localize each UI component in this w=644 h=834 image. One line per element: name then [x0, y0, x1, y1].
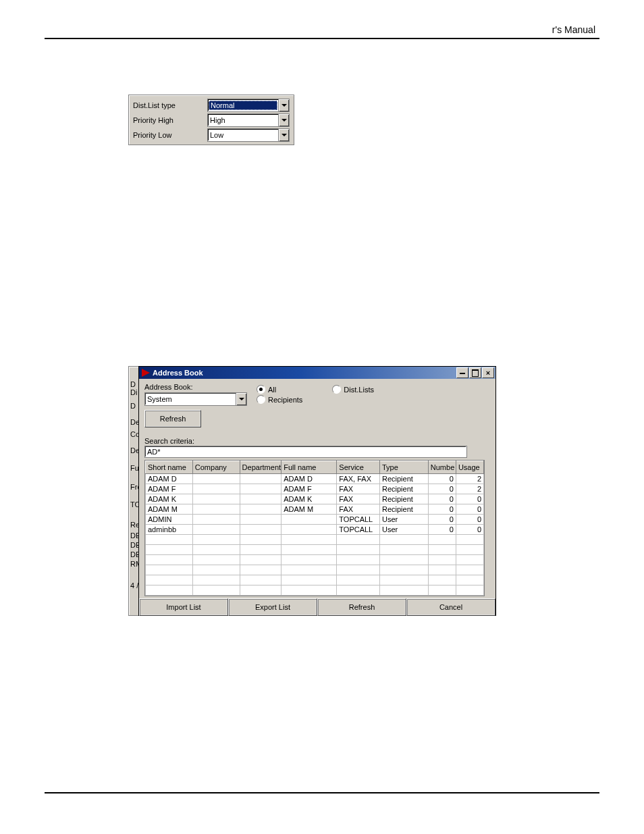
table-row[interactable]: ADAM MADAM MFAXRecipient00	[146, 504, 484, 515]
cell-empty	[192, 585, 240, 596]
close-button[interactable]: ×	[482, 367, 494, 378]
cell-department	[240, 484, 281, 494]
maximize-button[interactable]	[469, 367, 481, 378]
dropdown-arrow-icon[interactable]	[236, 393, 246, 405]
search-criteria-input[interactable]: AD*	[144, 446, 467, 458]
refresh-bottom-button[interactable]: Refresh	[317, 598, 406, 616]
cell-empty	[240, 596, 281, 597]
cell-usage: 2	[456, 484, 483, 494]
cell-empty	[428, 565, 456, 575]
radio-all-label: All	[268, 386, 276, 394]
cell-empty	[379, 555, 428, 565]
settings-combo-value: High	[208, 116, 278, 124]
cell-empty	[456, 585, 483, 596]
cell-type: User	[379, 515, 428, 525]
cell-department	[240, 525, 281, 535]
results-table[interactable]: Short nameCompanyDepartmentFull nameServ…	[144, 460, 485, 596]
table-row[interactable]: ADAM FADAM FFAXRecipient02	[146, 484, 484, 494]
cell-type: Recipient	[379, 484, 428, 494]
cell-empty	[192, 535, 240, 545]
cell-empty	[456, 575, 483, 585]
column-header-usage[interactable]: Usage	[456, 461, 483, 474]
cell-empty	[456, 535, 483, 545]
table-row-empty	[146, 596, 484, 597]
settings-label: Priority High	[133, 116, 207, 124]
cell-number: 0	[428, 525, 456, 535]
settings-combo-value: Normal	[209, 101, 277, 110]
cancel-button[interactable]: Cancel	[406, 598, 495, 616]
table-row[interactable]: ADAM DADAM DFAX, FAXRecipient02	[146, 474, 484, 484]
cell-number: 0	[428, 494, 456, 504]
dist-list-settings-panel: Dist.List typeNormalPriority HighHighPri…	[128, 95, 294, 145]
settings-row: Priority LowLow	[133, 128, 290, 142]
table-row-empty	[146, 565, 484, 575]
import-list-button[interactable]: Import List	[139, 598, 228, 616]
cell-empty	[240, 555, 281, 565]
refresh-button[interactable]: Refresh	[144, 410, 201, 427]
cell-empty	[146, 596, 193, 597]
app-icon	[142, 369, 150, 377]
settings-combo[interactable]: High	[207, 113, 290, 127]
radio-dist-lists-label: Dist.Lists	[344, 386, 374, 394]
cell-full-name: ADAM D	[281, 474, 337, 484]
dropdown-arrow-icon[interactable]	[278, 129, 289, 141]
table-row[interactable]: adminbbTOPCALLUser00	[146, 525, 484, 535]
cell-empty	[456, 596, 483, 597]
table-row-empty	[146, 575, 484, 585]
settings-combo[interactable]: Low	[207, 128, 290, 142]
cell-service: TOPCALL	[337, 525, 380, 535]
cell-usage: 0	[456, 525, 483, 535]
table-row[interactable]: ADAM KADAM KFAXRecipient00	[146, 494, 484, 504]
column-header-service[interactable]: Service	[337, 461, 380, 474]
cell-empty	[456, 545, 483, 555]
table-row-empty	[146, 535, 484, 545]
column-header-department[interactable]: Department	[240, 461, 281, 474]
cell-empty	[428, 545, 456, 555]
cell-company	[192, 525, 240, 535]
cell-full-name	[281, 515, 337, 525]
column-header-company[interactable]: Company	[192, 461, 240, 474]
cell-company	[192, 515, 240, 525]
radio-recipients-label: Recipients	[268, 396, 302, 404]
settings-label: Dist.List type	[133, 101, 207, 109]
column-header-full-name[interactable]: Full name	[281, 461, 337, 474]
cell-empty	[337, 535, 380, 545]
radio-all[interactable]	[257, 385, 265, 394]
address-book-combo[interactable]: System	[144, 392, 247, 406]
cell-empty	[379, 545, 428, 555]
address-book-combo-value: System	[145, 395, 236, 403]
cell-department	[240, 474, 281, 484]
dropdown-arrow-icon[interactable]	[278, 99, 289, 111]
cell-full-name: ADAM K	[281, 494, 337, 504]
cell-empty	[337, 585, 380, 596]
settings-combo-value: Low	[208, 131, 278, 139]
table-row[interactable]: ADMINTOPCALLUser00	[146, 515, 484, 525]
cell-usage: 0	[456, 494, 483, 504]
cell-type: Recipient	[379, 504, 428, 515]
column-header-short-name[interactable]: Short name	[146, 461, 193, 474]
radio-recipients[interactable]	[257, 395, 265, 404]
cell-company	[192, 494, 240, 504]
dropdown-arrow-icon[interactable]	[278, 114, 289, 126]
cell-empty	[456, 555, 483, 565]
cell-company	[192, 474, 240, 484]
table-row-empty	[146, 545, 484, 555]
cell-full-name: ADAM F	[281, 484, 337, 494]
cell-empty	[379, 565, 428, 575]
export-list-button[interactable]: Export List	[228, 598, 317, 616]
settings-row: Dist.List typeNormal	[133, 98, 290, 113]
column-header-number[interactable]: Numbe	[428, 461, 456, 474]
settings-combo[interactable]: Normal	[207, 99, 290, 112]
column-header-type[interactable]: Type	[379, 461, 428, 474]
cell-empty	[428, 596, 456, 597]
radio-dist-lists[interactable]	[332, 385, 341, 394]
cell-empty	[428, 585, 456, 596]
cell-empty	[379, 575, 428, 585]
page-header: r's Manual	[552, 24, 595, 35]
cell-empty	[337, 565, 380, 575]
cell-empty	[428, 575, 456, 585]
titlebar[interactable]: Address Book ×	[139, 367, 495, 379]
minimize-button[interactable]	[456, 367, 468, 378]
cell-service: FAX, FAX	[337, 474, 380, 484]
cell-service: FAX	[337, 484, 380, 494]
